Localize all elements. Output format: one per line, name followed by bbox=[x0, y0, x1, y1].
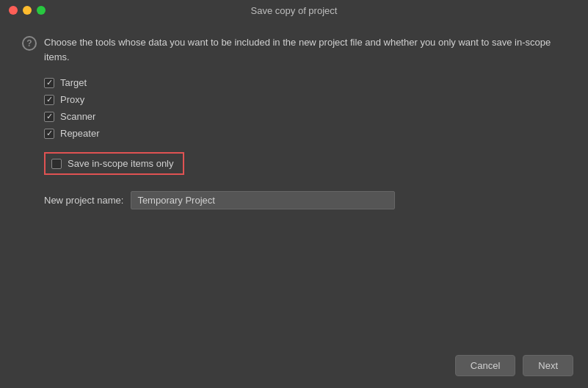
close-button[interactable] bbox=[9, 6, 18, 15]
checkbox-label-proxy: Proxy bbox=[60, 94, 84, 105]
checkbox-repeater[interactable] bbox=[44, 129, 54, 139]
checkbox-label-scope: Save in-scope items only bbox=[68, 158, 174, 169]
checkbox-row-scanner[interactable]: Scanner bbox=[44, 111, 566, 122]
project-name-row: New project name: bbox=[22, 191, 566, 209]
minimize-button[interactable] bbox=[23, 6, 32, 15]
maximize-button[interactable] bbox=[37, 6, 46, 15]
scope-checkbox-container[interactable]: Save in-scope items only bbox=[22, 152, 566, 175]
checkbox-proxy[interactable] bbox=[44, 95, 54, 105]
project-name-label: New project name: bbox=[44, 195, 123, 206]
project-name-input[interactable] bbox=[131, 191, 395, 209]
next-button[interactable]: Next bbox=[523, 355, 573, 376]
dialog-content: ? Choose the tools whose data you want t… bbox=[0, 21, 588, 346]
checkbox-label-scanner: Scanner bbox=[60, 111, 95, 122]
checkbox-scanner[interactable] bbox=[44, 112, 54, 122]
window-title: Save copy of project bbox=[251, 5, 338, 16]
checkbox-target[interactable] bbox=[44, 78, 54, 88]
checkbox-scope[interactable] bbox=[51, 159, 62, 169]
checkbox-row-proxy[interactable]: Proxy bbox=[44, 94, 566, 105]
checkbox-row-target[interactable]: Target bbox=[44, 77, 566, 88]
cancel-button[interactable]: Cancel bbox=[455, 355, 515, 376]
tools-checkboxes: Target Proxy Scanner Repeater bbox=[22, 77, 566, 139]
checkbox-label-repeater: Repeater bbox=[60, 128, 99, 139]
scope-checkbox-row[interactable]: Save in-scope items only bbox=[44, 152, 184, 175]
checkbox-label-target: Target bbox=[60, 77, 87, 88]
window-controls[interactable] bbox=[9, 6, 46, 15]
footer: Cancel Next bbox=[0, 346, 588, 388]
header-description: Choose the tools whose data you want to … bbox=[44, 35, 566, 64]
header-row: ? Choose the tools whose data you want t… bbox=[22, 35, 566, 64]
checkbox-row-repeater[interactable]: Repeater bbox=[44, 128, 566, 139]
info-icon: ? bbox=[22, 36, 37, 51]
title-bar: Save copy of project bbox=[0, 0, 588, 21]
